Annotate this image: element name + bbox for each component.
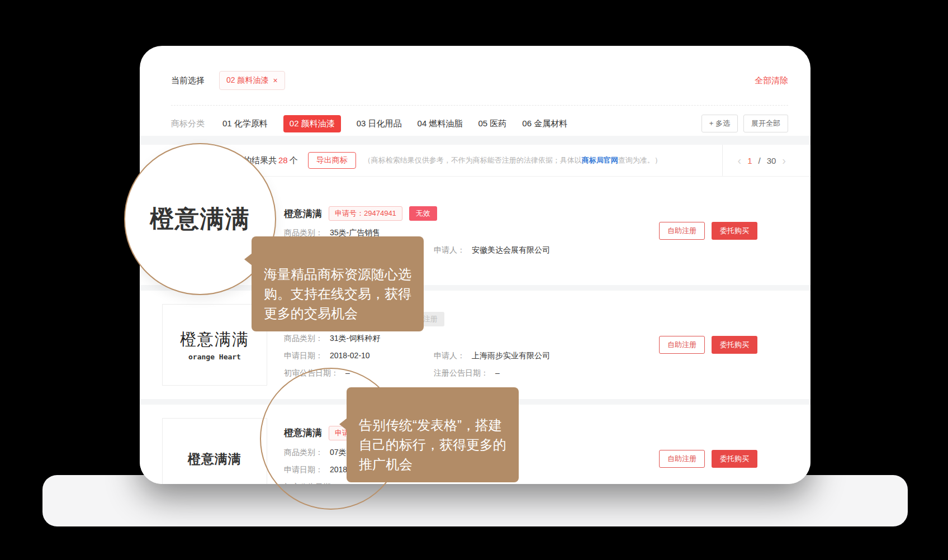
- selected-filter-tag-text: 02 颜料油漆: [226, 75, 268, 86]
- current-selection-label: 当前选择: [171, 75, 205, 86]
- total-pages: 30: [767, 156, 776, 165]
- multi-select-button[interactable]: + 多选: [701, 115, 738, 132]
- category-actions: + 多选 展开全部: [701, 115, 788, 132]
- trademark-image-subtext: orange Heart: [188, 353, 241, 361]
- expand-all-button[interactable]: 展开全部: [743, 115, 788, 132]
- results-count: 28: [278, 155, 288, 165]
- apply-date-label: 申请日期：: [284, 351, 323, 361]
- category-item-04[interactable]: 04 燃料油脂: [418, 118, 463, 129]
- reg-announce-label: 注册公告日期：: [434, 368, 489, 378]
- status-badge: 无效: [409, 206, 437, 221]
- goods-category-label: 商品类别：: [284, 334, 323, 344]
- row-actions: 自助注册 委托购买: [659, 222, 757, 240]
- goods-category-field: 商品类别： 31类-饲料种籽: [284, 334, 380, 344]
- selected-filter-tag[interactable]: 02 颜料油漆 ×: [219, 71, 285, 90]
- category-item-03[interactable]: 03 日化用品: [357, 118, 402, 129]
- applicant-label: 申请人：: [434, 351, 465, 361]
- disclaimer-suffix: 查询为准。）: [618, 156, 662, 164]
- field-line: 申请日期： 2018-02-10 申请人： 上海雨步实业有限公司: [284, 351, 648, 361]
- row-actions: 自助注册 委托购买: [659, 336, 757, 354]
- row-actions: 自助注册 委托购买: [659, 450, 757, 468]
- category-row: 商标分类 01 化学原料 02 颜料油漆 03 日化用品 04 燃料油脂 05 …: [171, 111, 788, 136]
- close-icon[interactable]: ×: [273, 76, 277, 85]
- section-divider: [140, 136, 810, 145]
- trademark-image-3[interactable]: 橙意满满: [162, 418, 267, 484]
- application-number-label: 申请号：: [335, 209, 364, 217]
- trademark-image-text: 橙意满满: [180, 329, 249, 351]
- self-register-button[interactable]: 自助注册: [659, 336, 705, 354]
- prev-page-icon[interactable]: ‹: [737, 155, 741, 166]
- entrust-buy-button[interactable]: 委托购买: [712, 336, 757, 354]
- tooltip-marketplace: 海量精品商标资源随心选 购。支持在线交易，获得 更多的交易机会: [252, 236, 424, 331]
- current-page: 1: [747, 156, 752, 165]
- pagination: ‹ 1 / 30 ›: [722, 145, 786, 176]
- row-divider: [140, 285, 810, 291]
- clear-all-button[interactable]: 全部清除: [755, 75, 788, 86]
- category-item-01[interactable]: 01 化学原料: [222, 118, 268, 129]
- tooltip-arrow-left: [339, 418, 347, 430]
- top-filter-bar: 当前选择 02 颜料油漆 × 全部清除 商标分类 01 化学原料 02 颜料油漆…: [140, 46, 810, 136]
- entrust-buy-button[interactable]: 委托购买: [712, 450, 757, 468]
- trademark-image-text: 橙意满满: [188, 450, 241, 468]
- trademark-office-link[interactable]: 商标局官网: [582, 156, 618, 164]
- category-label: 商标分类: [171, 118, 205, 129]
- reg-announce-field: 注册公告日期： –: [434, 368, 500, 378]
- applicant-value: 上海雨步实业有限公司: [472, 351, 550, 361]
- results-count-unit: 个: [290, 155, 298, 165]
- tooltip-promotion: 告别传统“发表格”，搭建 自己的标行，获得更多的 推广机会: [347, 387, 519, 482]
- application-number-value: 29474941: [364, 209, 396, 217]
- apply-date-field: 申请日期： 2018-02-10: [284, 351, 434, 361]
- page-separator: /: [758, 156, 760, 165]
- title-line: 橙意满满 申请号：29474941 无效: [284, 206, 648, 221]
- application-number-pill: 申请号：29474941: [329, 206, 402, 221]
- tooltip-text: 海量精品商标资源随心选 购。支持在线交易，获得 更多的交易机会: [264, 267, 411, 321]
- current-selection-row: 当前选择 02 颜料油漆 × 全部清除: [171, 56, 788, 106]
- trademark-name: 橙意满满: [284, 207, 322, 220]
- entrust-buy-button[interactable]: 委托购买: [712, 222, 757, 240]
- disclaimer-prefix: （商标检索结果仅供参考，不作为商标能否注册的法律依据；具体以: [364, 156, 582, 164]
- apply-date-value: 2018-02-10: [330, 351, 370, 361]
- magnified-trademark-text: 橙意满满: [150, 203, 250, 235]
- category-item-06[interactable]: 06 金属材料: [522, 118, 567, 129]
- next-page-icon[interactable]: ›: [782, 155, 786, 166]
- category-item-02-selected[interactable]: 02 颜料油漆: [283, 115, 341, 132]
- applicant-label: 申请人：: [434, 245, 465, 255]
- field-line: 商品类别： 31类-饲料种籽: [284, 334, 648, 344]
- table-row: 橙意满满 orange Heart 橙意满满 申请号：29482153 已注册 …: [140, 291, 810, 399]
- tooltip-text: 告别传统“发表格”，搭建 自己的标行，获得更多的 推广机会: [359, 417, 506, 472]
- disclaimer-text: （商标检索结果仅供参考，不作为商标能否注册的法律依据；具体以商标局官网查询为准。…: [364, 155, 662, 165]
- reg-announce-value: –: [495, 368, 500, 378]
- self-register-button[interactable]: 自助注册: [659, 222, 705, 240]
- export-trademark-button[interactable]: 导出商标: [308, 152, 356, 169]
- applicant-value: 安徽美达会展有限公司: [472, 245, 550, 255]
- goods-category-value: 31类-饲料种籽: [330, 334, 380, 344]
- category-item-05[interactable]: 05 医药: [478, 118, 506, 129]
- self-register-button[interactable]: 自助注册: [659, 450, 705, 468]
- tooltip-arrow-left: [244, 253, 252, 265]
- applicant-field: 申请人： 安徽美达会展有限公司: [434, 245, 550, 255]
- applicant-field: 申请人： 上海雨步实业有限公司: [434, 351, 550, 361]
